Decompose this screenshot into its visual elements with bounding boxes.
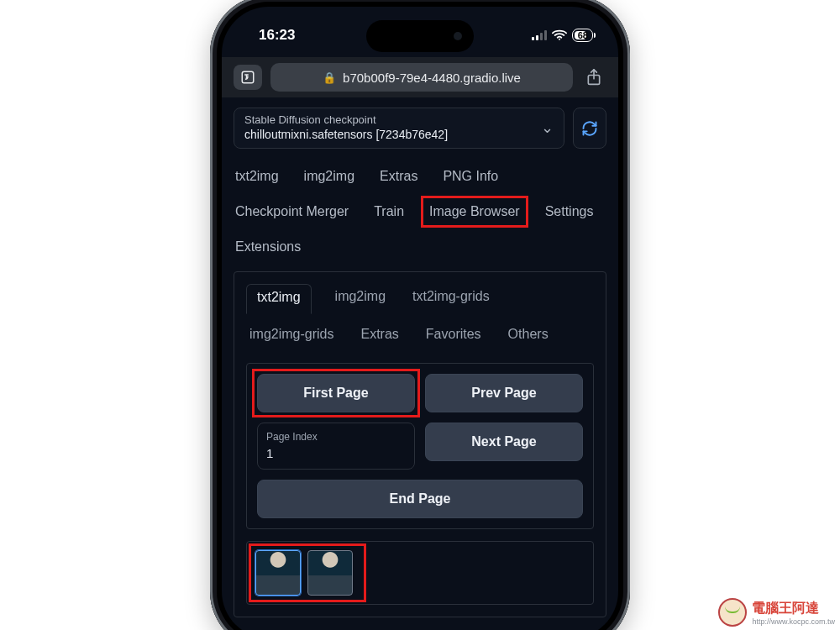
end-page-button[interactable]: End Page [257,480,583,518]
checkpoint-value: chilloutmixni.safetensors [7234b76e42] [244,128,448,141]
subtab-favorites[interactable]: Favorites [423,322,485,350]
source-watermark: 電腦王阿達 http://www.kocpc.com.tw [718,598,835,627]
pager-controls: First Page Prev Page Page Index 1 Next P… [246,363,594,529]
page-index-value: 1 [266,446,406,460]
wifi-icon [552,29,567,41]
main-tabs: txt2img img2img Extras PNG Info Checkpoi… [234,164,606,260]
checkpoint-label: Stable Diffusion checkpoint [244,113,448,126]
subtab-others[interactable]: Others [505,322,552,350]
browser-subtabs: txt2img img2img txt2img-grids img2img-gr… [246,272,594,351]
tab-train[interactable]: Train [372,199,406,224]
tab-extras[interactable]: Extras [378,164,419,189]
mascot-icon [718,598,747,627]
tab-checkpoint-merger[interactable]: Checkpoint Merger [234,199,350,224]
page-index-field[interactable]: Page Index 1 [257,423,415,470]
next-page-button[interactable]: Next Page [425,423,583,461]
url-text: b70b00f9-79e4-4480.gradio.live [343,71,521,85]
tab-image-browser[interactable]: Image Browser [428,199,522,224]
chevron-down-icon: ⌄ [534,118,554,137]
share-button[interactable] [581,68,606,87]
battery-icon: 68 [572,29,593,42]
page-index-label: Page Index [266,431,406,443]
svg-point-0 [559,39,560,40]
lock-icon: 🔒 [323,71,336,84]
refresh-checkpoints-button[interactable] [573,108,606,149]
prev-page-button[interactable]: Prev Page [425,374,583,412]
subtab-txt2img[interactable]: txt2img [246,284,312,314]
gradio-app: Stable Diffusion checkpoint chilloutmixn… [222,97,618,630]
checkpoint-dropdown[interactable]: Stable Diffusion checkpoint chilloutmixn… [234,108,564,149]
tab-png-info[interactable]: PNG Info [441,164,500,189]
tab-txt2img[interactable]: txt2img [234,164,281,189]
subtab-img2img-grids[interactable]: img2img-grids [246,322,337,350]
tab-img2img[interactable]: img2img [302,164,356,189]
browser-navbar: 🔒 b70b00f9-79e4-4480.gradio.live [222,57,618,97]
tab-extensions[interactable]: Extensions [234,234,302,260]
iphone-frame: 16:23 68 [210,0,630,630]
watermark-title: 電腦王阿達 [752,601,819,615]
cellular-signal-icon [532,30,547,40]
subtab-img2img[interactable]: img2img [332,284,389,313]
first-page-button[interactable]: First Page [257,374,415,412]
dynamic-island [366,20,474,52]
watermark-url: http://www.kocpc.com.tw [752,617,835,626]
image-browser-panel: txt2img img2img txt2img-grids img2img-gr… [234,271,606,617]
tab-settings[interactable]: Settings [543,199,596,224]
battery-percent: 68 [576,30,590,40]
thumbnail-grid [246,541,594,605]
subtab-txt2img-grids[interactable]: txt2img-grids [409,284,493,313]
address-bar[interactable]: 🔒 b70b00f9-79e4-4480.gradio.live [270,63,573,92]
subtab-extras[interactable]: Extras [357,322,402,350]
status-time: 16:23 [259,27,295,44]
translate-button[interactable] [234,65,262,90]
thumbnail-2[interactable] [307,550,353,596]
thumbnail-1[interactable] [255,550,301,596]
